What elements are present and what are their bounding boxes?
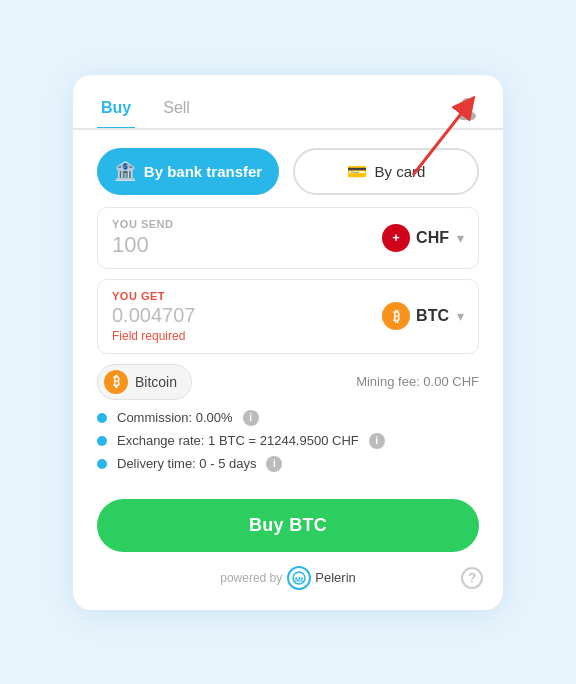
bank-transfer-button[interactable]: 🏦 By bank transfer bbox=[97, 148, 279, 195]
footer: powered by Mt Pelerin ? bbox=[73, 566, 503, 590]
exchange-rate-dot bbox=[97, 436, 107, 446]
you-send-section: YOU SEND 100 + CHF ▾ bbox=[97, 207, 479, 269]
svg-text:Mt: Mt bbox=[295, 575, 304, 582]
you-get-label: YOU GET bbox=[112, 290, 195, 302]
field-required-text: Field required bbox=[112, 329, 195, 343]
card-label: By card bbox=[375, 163, 426, 180]
you-send-input-group: YOU SEND 100 bbox=[112, 218, 173, 258]
tab-divider bbox=[73, 128, 503, 130]
buy-btc-button[interactable]: Buy BTC bbox=[97, 499, 479, 552]
send-currency-select[interactable]: + CHF ▾ bbox=[382, 224, 464, 252]
btc-flag: ₿ bbox=[382, 302, 410, 330]
powered-by: powered by Mt Pelerin bbox=[220, 566, 356, 590]
commission-info-icon[interactable]: i bbox=[243, 410, 259, 426]
you-send-value[interactable]: 100 bbox=[112, 232, 173, 258]
tabs-container: Buy Sell bbox=[73, 75, 503, 130]
exchange-rate-row: Exchange rate: 1 BTC = 21244.9500 CHF i bbox=[97, 433, 479, 449]
you-get-value[interactable]: 0.004707 bbox=[112, 304, 195, 327]
commission-row: Commission: 0.00% i bbox=[97, 410, 479, 426]
delivery-time-info-icon[interactable]: i bbox=[266, 456, 282, 472]
delivery-time-text: Delivery time: 0 - 5 days bbox=[117, 456, 256, 471]
card-icon: 💳 bbox=[347, 162, 367, 181]
chf-flag: + bbox=[382, 224, 410, 252]
tab-sell[interactable]: Sell bbox=[159, 93, 194, 130]
commission-dot bbox=[97, 413, 107, 423]
coin-name: Bitcoin bbox=[135, 374, 177, 390]
coin-badge[interactable]: ₿ Bitcoin bbox=[97, 364, 192, 400]
exchange-rate-info-icon[interactable]: i bbox=[369, 433, 385, 449]
mining-fee-text: Mining fee: 0.00 CHF bbox=[356, 374, 479, 389]
powered-by-text: powered by bbox=[220, 571, 282, 585]
get-currency-chevron: ▾ bbox=[457, 308, 464, 324]
mt-pelerin-logo[interactable]: Mt Pelerin bbox=[287, 566, 355, 590]
you-get-section: YOU GET 0.004707 Field required ₿ BTC ▾ bbox=[97, 279, 479, 354]
you-get-input-group: YOU GET 0.004707 Field required bbox=[112, 290, 195, 343]
mt-pelerin-icon: Mt bbox=[287, 566, 311, 590]
info-rows: Commission: 0.00% i Exchange rate: 1 BTC… bbox=[73, 406, 503, 489]
send-currency-code: CHF bbox=[416, 229, 449, 247]
svg-point-1 bbox=[462, 98, 472, 108]
get-currency-code: BTC bbox=[416, 307, 449, 325]
get-currency-select[interactable]: ₿ BTC ▾ bbox=[382, 302, 464, 330]
bank-icon: 🏦 bbox=[114, 160, 136, 182]
bank-transfer-label: By bank transfer bbox=[144, 163, 262, 180]
delivery-time-dot bbox=[97, 459, 107, 469]
help-icon[interactable]: ? bbox=[461, 567, 483, 589]
user-icon-wrap bbox=[451, 91, 483, 123]
svg-point-2 bbox=[458, 111, 476, 120]
tab-buy[interactable]: Buy bbox=[97, 93, 135, 130]
mt-pelerin-text: Pelerin bbox=[315, 570, 355, 585]
user-profile-icon[interactable] bbox=[451, 91, 483, 123]
coin-row: ₿ Bitcoin Mining fee: 0.00 CHF bbox=[97, 364, 479, 400]
delivery-time-row: Delivery time: 0 - 5 days i bbox=[97, 456, 479, 472]
payment-methods: 🏦 By bank transfer 💳 By card bbox=[73, 130, 503, 207]
bitcoin-icon: ₿ bbox=[104, 370, 128, 394]
exchange-rate-text: Exchange rate: 1 BTC = 21244.9500 CHF bbox=[117, 433, 359, 448]
send-currency-chevron: ▾ bbox=[457, 230, 464, 246]
you-send-label: YOU SEND bbox=[112, 218, 173, 230]
card-button[interactable]: 💳 By card bbox=[293, 148, 479, 195]
main-card: Buy Sell 🏦 By bank transfer 💳 By card YO… bbox=[73, 75, 503, 610]
commission-text: Commission: 0.00% bbox=[117, 410, 233, 425]
